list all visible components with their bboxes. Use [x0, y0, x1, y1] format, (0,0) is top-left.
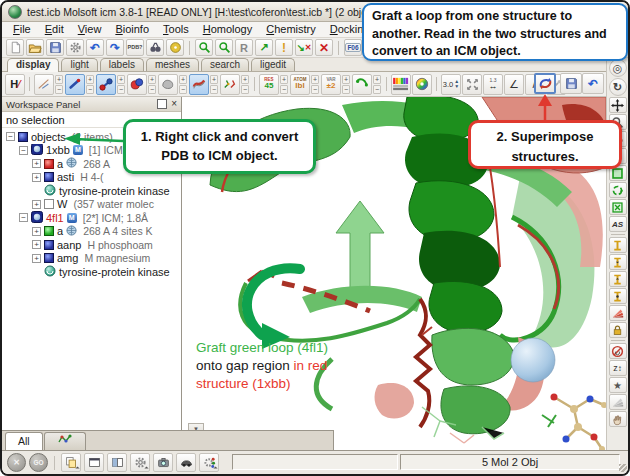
- decrease-button[interactable]: −: [373, 85, 381, 94]
- disc-icon[interactable]: [166, 39, 184, 56]
- open-icon[interactable]: [26, 39, 44, 56]
- tab-light[interactable]: light: [61, 58, 97, 71]
- increase-button[interactable]: +: [241, 75, 249, 84]
- save-view-icon[interactable]: [560, 73, 582, 94]
- expand-toggle[interactable]: +: [32, 254, 41, 263]
- color-palette-icon[interactable]: [391, 74, 411, 95]
- undo-view-icon[interactable]: ↶: [582, 73, 604, 94]
- move-object-icon[interactable]: ↗: [255, 39, 273, 56]
- select-zoom-icon[interactable]: [195, 39, 213, 56]
- rotate-view-icon[interactable]: ↻: [609, 78, 627, 96]
- tab-display[interactable]: display: [7, 58, 59, 72]
- hydrogens-icon[interactable]: H⁄: [5, 74, 25, 95]
- ball-stick-style-icon[interactable]: [96, 74, 116, 95]
- pdb-search-icon[interactable]: PDB?: [126, 39, 144, 56]
- clip-front-icon[interactable]: [609, 237, 627, 253]
- decrease-button[interactable]: −: [117, 85, 125, 94]
- tree-item-a[interactable]: +a268 A 4 sites K: [2, 225, 181, 239]
- distance-measure-icon[interactable]: 1.3↔: [483, 74, 503, 95]
- superimpose-icon[interactable]: [534, 73, 556, 94]
- menu-homology[interactable]: Homology: [196, 22, 260, 37]
- color-wheel-icon[interactable]: [412, 74, 432, 95]
- no-rotation-icon[interactable]: [609, 343, 627, 359]
- tree-item-amg[interactable]: +amgM magnesium: [2, 252, 181, 266]
- multi-style-icon[interactable]: [220, 74, 240, 95]
- undo-icon[interactable]: ↶: [86, 39, 104, 56]
- increase-button[interactable]: +: [148, 75, 156, 84]
- r-label-icon[interactable]: R: [235, 39, 253, 56]
- float-panel-icon[interactable]: [157, 99, 167, 109]
- molecule-checkbox[interactable]: [44, 199, 54, 209]
- molecule-checkbox[interactable]: [44, 159, 54, 169]
- increase-button[interactable]: +: [179, 75, 187, 84]
- expand-toggle[interactable]: +: [32, 240, 41, 249]
- warning-icon[interactable]: !: [275, 39, 293, 56]
- decrease-button[interactable]: −: [311, 85, 319, 94]
- tab-ligedit[interactable]: ligedit: [251, 58, 295, 71]
- translate-view-icon[interactable]: [609, 97, 627, 113]
- tree-item-aanp[interactable]: +aanpH phosphoam: [2, 238, 181, 252]
- cpk-style-icon[interactable]: [127, 74, 147, 95]
- split-window-icon[interactable]: [107, 453, 127, 472]
- find-molecule-icon[interactable]: [146, 39, 164, 56]
- tree-item-4fl1[interactable]: −4fl1M[2*] ICM; 1.8Å: [2, 211, 181, 225]
- redo-icon[interactable]: ↷: [106, 39, 124, 56]
- molecule-checkbox[interactable]: [18, 132, 28, 142]
- menu-edit[interactable]: Edit: [38, 22, 71, 37]
- menu-file[interactable]: File: [6, 22, 38, 37]
- increase-button[interactable]: +: [117, 75, 125, 84]
- decrease-button[interactable]: −: [342, 85, 350, 94]
- tab-meshes[interactable]: meshes: [146, 58, 199, 71]
- select-lasso-icon[interactable]: [609, 182, 627, 198]
- delete-object-icon[interactable]: ↘✕: [295, 39, 313, 56]
- clip-depth-icon[interactable]: [609, 288, 627, 304]
- increase-button[interactable]: +: [210, 75, 218, 84]
- molecule-checkbox[interactable]: [44, 172, 54, 182]
- go-button[interactable]: GO: [29, 453, 48, 472]
- stick-style-icon[interactable]: [65, 74, 85, 95]
- resize-grip[interactable]: [619, 464, 627, 472]
- clip-back-icon[interactable]: [609, 254, 627, 270]
- atom-label-icon[interactable]: ATOMlbl: [290, 74, 310, 95]
- decrease-button[interactable]: −: [148, 85, 156, 94]
- menu-bioinfo[interactable]: Bioinfo: [108, 22, 156, 37]
- molecule-checkbox[interactable]: [44, 226, 54, 236]
- render-settings-icon[interactable]: [199, 453, 219, 472]
- tree-item-w[interactable]: +W(357 water molec: [2, 198, 181, 212]
- increase-button[interactable]: +: [373, 75, 381, 84]
- ribbon-style-icon[interactable]: [189, 74, 209, 95]
- residue-label-icon[interactable]: RES45: [259, 74, 279, 95]
- expand-display-icon[interactable]: [462, 74, 482, 95]
- menu-chemistry[interactable]: Chemistry: [259, 22, 323, 37]
- decrease-button[interactable]: −: [86, 85, 94, 94]
- tab-molecule[interactable]: [44, 432, 86, 450]
- decrease-button[interactable]: −: [241, 85, 249, 94]
- decrease-button[interactable]: −: [280, 85, 288, 94]
- fan-disabled-icon[interactable]: [609, 394, 627, 410]
- stereo-view-icon[interactable]: [352, 74, 372, 95]
- decrease-button[interactable]: −: [55, 85, 63, 94]
- decrease-button[interactable]: −: [179, 85, 187, 94]
- tree-item-tyrosine-protein-kinase[interactable]: tyrosine-protein kinase: [2, 265, 181, 279]
- expand-toggle[interactable]: +: [32, 200, 41, 209]
- expand-toggle[interactable]: +: [32, 173, 41, 182]
- center-view-icon[interactable]: ◎: [609, 59, 627, 77]
- variable-label-icon[interactable]: VAR±2: [321, 74, 341, 95]
- select-all-green-icon[interactable]: [215, 39, 233, 56]
- increase-button[interactable]: +: [55, 75, 63, 84]
- screenshot-icon[interactable]: [153, 453, 173, 472]
- decrease-button[interactable]: −: [210, 85, 218, 94]
- workspace-panel-header[interactable]: Workspace Panel ×: [2, 97, 181, 112]
- z-rotation-icon[interactable]: z↕: [609, 360, 627, 376]
- f06-icon[interactable]: F06: [344, 39, 362, 56]
- tree-item-tyrosine-protein-kinase[interactable]: tyrosine-protein kinase: [2, 184, 181, 198]
- select-all-icon[interactable]: AS: [609, 216, 627, 232]
- clip-slab-icon[interactable]: [609, 271, 627, 287]
- tab-labels[interactable]: labels: [100, 58, 144, 71]
- fog-toggle-icon[interactable]: [609, 305, 627, 321]
- full-window-icon[interactable]: [84, 453, 104, 472]
- tab-all[interactable]: All: [5, 432, 43, 450]
- tab-search[interactable]: search: [201, 58, 249, 71]
- car-mode-icon[interactable]: [176, 453, 196, 472]
- surface-style-icon[interactable]: [158, 74, 178, 95]
